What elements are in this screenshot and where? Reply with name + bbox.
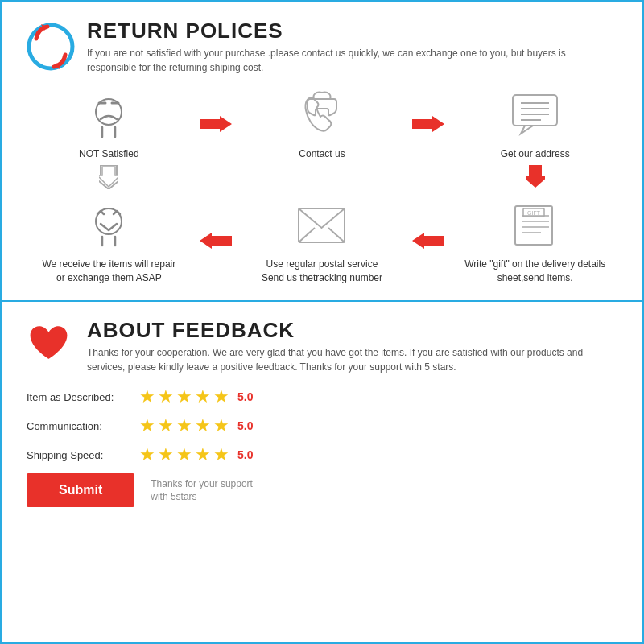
step-receive: We receive the items will repair or exch… (27, 197, 192, 285)
rating-row-0: Item as Described: ★ ★ ★ ★ ★ 5.0 (27, 386, 617, 407)
rating-label-2: Shipping Speed: (27, 449, 139, 461)
arrow1-right (192, 116, 240, 132)
stars-1: ★ ★ ★ ★ ★ (139, 415, 229, 436)
svg-marker-22 (200, 233, 232, 249)
feedback-desc: Thanks for your cooperation. We are very… (87, 345, 617, 374)
star-2: ★ (158, 415, 174, 436)
chat-icon (507, 87, 564, 143)
svg-line-25 (328, 228, 345, 242)
submit-button[interactable]: Submit (27, 473, 134, 507)
step6-label: Write "gift" on the delivery details she… (452, 258, 617, 285)
star-4: ★ (195, 444, 211, 465)
submit-row: Submit Thanks for your support with 5sta… (27, 473, 617, 507)
svg-rect-10 (513, 95, 557, 126)
rating-score-1: 5.0 (237, 419, 253, 432)
star-2: ★ (158, 386, 174, 407)
between-arrows (27, 161, 617, 193)
svg-marker-9 (412, 116, 444, 132)
feedback-header: ABOUT FEEDBACK Thanks for your cooperati… (27, 318, 617, 374)
down-arrow-right (452, 161, 617, 193)
star-3: ★ (176, 444, 192, 465)
rating-score-2: 5.0 (237, 448, 253, 461)
spacer2 (240, 161, 405, 193)
down-arrow-left (27, 161, 192, 193)
svg-marker-18 (526, 165, 545, 188)
step2-label: Contact us (299, 147, 345, 161)
arrow4-left (404, 233, 452, 249)
rating-label-1: Communication: (27, 420, 139, 432)
step3-label: Get our address (501, 147, 570, 161)
star-1: ★ (139, 444, 155, 465)
svg-marker-26 (412, 233, 444, 249)
return-header: RETURN POLICES If you are not satisfied … (27, 19, 617, 75)
svg-point-0 (29, 25, 72, 68)
sad-face-icon (80, 87, 137, 143)
rating-row-1: Communication: ★ ★ ★ ★ ★ 5.0 (27, 415, 617, 436)
heart-icon (27, 322, 75, 370)
step1-label: NOT Satisfied (79, 147, 138, 161)
rating-row-2: Shipping Speed: ★ ★ ★ ★ ★ 5.0 (27, 444, 617, 465)
submit-note: Thanks for your support with 5stars (151, 477, 253, 505)
star-3: ★ (176, 415, 192, 436)
envelope-icon (294, 197, 350, 254)
star-3: ★ (176, 386, 192, 407)
gift-icon: ·GIFT· (507, 197, 564, 254)
star-5: ★ (213, 415, 229, 436)
step-contact: Contact us (240, 87, 405, 161)
star-5: ★ (213, 444, 229, 465)
feedback-section: ABOUT FEEDBACK Thanks for your cooperati… (2, 302, 642, 519)
step4-label: We receive the items will repair or exch… (42, 258, 175, 285)
svg-point-7 (96, 99, 122, 125)
stars-2: ★ ★ ★ ★ ★ (139, 444, 229, 465)
return-section: RETURN POLICES If you are not satisfied … (2, 2, 642, 302)
svg-line-24 (299, 228, 315, 242)
spacer3 (404, 161, 452, 193)
feedback-title: ABOUT FEEDBACK (87, 318, 617, 343)
ratings-table: Item as Described: ★ ★ ★ ★ ★ 5.0 Communi… (27, 386, 617, 465)
star-1: ★ (139, 415, 155, 436)
refresh-icon (27, 23, 75, 71)
stars-0: ★ ★ ★ ★ ★ (139, 386, 229, 407)
step-not-satisfied: NOT Satisfied (27, 87, 192, 161)
rating-score-0: 5.0 (237, 390, 253, 403)
star-2: ★ (158, 444, 174, 465)
flow-row1: NOT Satisfied Contact us (27, 87, 617, 161)
arrow3-left (192, 233, 240, 249)
step-postal: Use regular postal service Send us thetr… (240, 197, 405, 285)
star-4: ★ (195, 415, 211, 436)
star-4: ★ (195, 386, 211, 407)
arrow2-right (404, 116, 452, 132)
return-title-block: RETURN POLICES If you are not satisfied … (87, 19, 617, 75)
happy-face-icon (80, 197, 137, 254)
step-address: Get our address (452, 87, 617, 161)
flow-row2: We receive the items will repair or exch… (27, 197, 617, 285)
svg-marker-15 (521, 126, 533, 134)
spacer1 (192, 161, 240, 193)
star-1: ★ (139, 386, 155, 407)
return-title: RETURN POLICES (87, 19, 617, 43)
step-gift: ·GIFT· Write "gift" on the delivery deta… (452, 197, 617, 285)
svg-marker-8 (200, 116, 232, 132)
svg-text:·GIFT·: ·GIFT· (526, 210, 542, 216)
step5-label: Use regular postal service Send us thetr… (262, 258, 382, 285)
feedback-title-block: ABOUT FEEDBACK Thanks for your cooperati… (87, 318, 617, 374)
rating-label-0: Item as Described: (27, 391, 139, 403)
star-5: ★ (213, 386, 229, 407)
phone-icon (294, 87, 350, 143)
return-desc: If you are not satisfied with your purch… (87, 46, 617, 75)
